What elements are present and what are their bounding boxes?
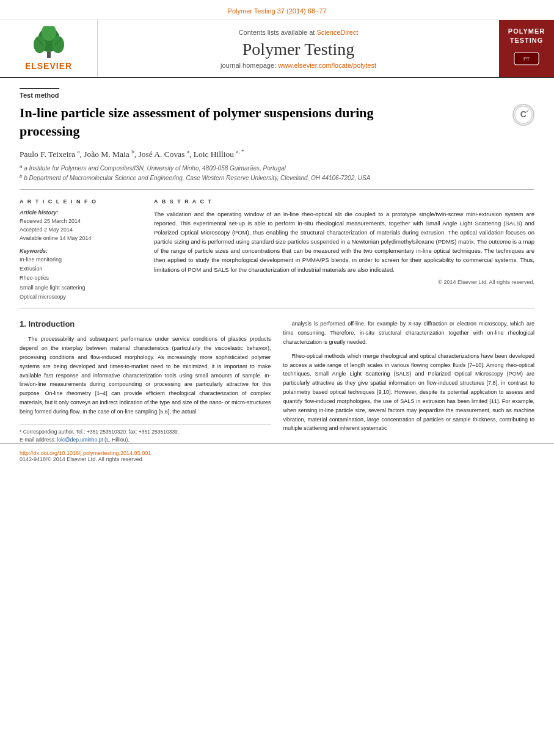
doi-section: http://dx.doi.org/10.1016/j.polymertesti… (0, 443, 554, 466)
keyword-1: In-line monitoring (20, 255, 142, 264)
info-abstract-section: A R T I C L E I N F O Article history: R… (20, 189, 534, 309)
svg-rect-0 (47, 52, 51, 58)
intro-para-1: The processability and subsequent perfor… (20, 335, 271, 416)
affil-sup-b-label: b (20, 173, 22, 179)
article-info: A R T I C L E I N F O Article history: R… (20, 198, 142, 302)
affil-sup-a: a (77, 148, 79, 154)
crossmark-icon[interactable]: C ✓ (512, 104, 534, 126)
body-right-column: analysis is performed off-line, for exam… (283, 319, 535, 443)
received-date: Received 25 March 2014 (20, 217, 142, 225)
available-date: Available online 14 May 2014 (20, 234, 142, 242)
intro-heading: 1. Introduction (20, 319, 271, 329)
keyword-4: Small angle light scattering (20, 283, 142, 293)
history-label: Article history: (20, 209, 142, 216)
body-section: 1. Introduction The processability and s… (0, 308, 554, 443)
svg-text:✓: ✓ (526, 109, 530, 114)
affil-b: b b Department of Macromolecular Science… (20, 173, 534, 183)
article-title: In-line particle size assessment of poly… (20, 104, 435, 140)
keyword-2: Extrusion (20, 264, 142, 274)
copyright-notice: © 2014 Elsevier Ltd. All rights reserved… (154, 279, 534, 285)
homepage-label: journal homepage: (221, 62, 276, 69)
citation-link[interactable]: Polymer Testing 37 (2014) 68–77 (228, 7, 327, 15)
doi-link[interactable]: http://dx.doi.org/10.1016/j.polymertesti… (20, 450, 151, 456)
email-link[interactable]: loic@dep.uminho.pt (57, 437, 103, 443)
elsevier-tree-icon (24, 26, 73, 60)
page: Polymer Testing 37 (2014) 68–77 ELSEV (0, 0, 554, 756)
crossmark-section: C ✓ (512, 104, 534, 126)
journal-header: ELSEVIER Contents lists available at Sci… (0, 20, 554, 78)
affiliations: a a Institute for Polymers and Composite… (20, 163, 534, 183)
pt-badge: POLYMERTESTING (508, 27, 545, 45)
article-dates: Received 25 March 2014 Accepted 2 May 20… (20, 217, 142, 243)
pt-logo-icon: PT (511, 49, 542, 68)
authors: Paulo F. Teixeira a, João M. Maia b, Jos… (20, 148, 534, 159)
elsevier-logo: ELSEVIER (24, 26, 73, 71)
affil-sup-a3: a, * (236, 148, 244, 154)
affil-sup-a2: a (187, 148, 189, 154)
journal-homepage: journal homepage: www.elsevier.com/locat… (221, 62, 376, 69)
article-info-title: A R T I C L E I N F O (20, 198, 142, 205)
affil-sup-b: b (131, 148, 134, 154)
sciencedirect-link[interactable]: ScienceDirect (316, 29, 358, 36)
elsevier-text: ELSEVIER (25, 61, 72, 71)
issn-text: 0142-9418/© 2014 Elsevier Ltd. All right… (20, 456, 144, 462)
body-left-column: 1. Introduction The processability and s… (20, 319, 271, 443)
top-bar: Polymer Testing 37 (2014) 68–77 (0, 0, 554, 20)
elsevier-logo-section: ELSEVIER (0, 20, 98, 77)
article-section: Test method In-line particle size assess… (0, 78, 554, 308)
svg-text:PT: PT (523, 56, 530, 62)
affil-sup-a-label: a (20, 164, 22, 169)
crossmark-logo-icon: C ✓ (514, 104, 533, 126)
abstract-title: A B S T R A C T (154, 198, 534, 205)
keyword-5: Optical microscopy (20, 293, 142, 302)
intro-right-para-2: Rheo-optical methods which merge rheolog… (283, 352, 535, 434)
footnote-section: * Corresponding author. Tel.: +351 25351… (20, 424, 271, 444)
affil-a: a a Institute for Polymers and Composite… (20, 163, 534, 173)
abstract-section: A B S T R A C T The validation and the o… (154, 198, 534, 302)
intro-left-text: The processability and subsequent perfor… (20, 335, 271, 416)
section-type-label: Test method (20, 88, 59, 99)
intro-right-para-1: analysis is performed off-line, for exam… (283, 319, 535, 347)
sciencedirect-line: Contents lists available at ScienceDirec… (239, 29, 359, 36)
journal-title: Polymer Testing (242, 40, 354, 59)
accepted-date: Accepted 2 May 2014 (20, 225, 142, 234)
footnote-text: * Corresponding author. Tel.: +351 25351… (20, 428, 271, 444)
contents-label: Contents lists available at (239, 29, 315, 36)
keywords-list: In-line monitoring Extrusion Rheo-optics… (20, 255, 142, 302)
keywords-title: Keywords: (20, 248, 142, 254)
homepage-link[interactable]: www.elsevier.com/locate/polytest (278, 62, 376, 69)
abstract-text: The validation and the operating window … (154, 209, 534, 274)
journal-header-center: Contents lists available at ScienceDirec… (98, 20, 499, 77)
pt-badge-section: POLYMERTESTING PT (499, 20, 554, 77)
keyword-3: Rheo-optics (20, 274, 142, 283)
intro-right-text: analysis is performed off-line, for exam… (283, 319, 535, 433)
